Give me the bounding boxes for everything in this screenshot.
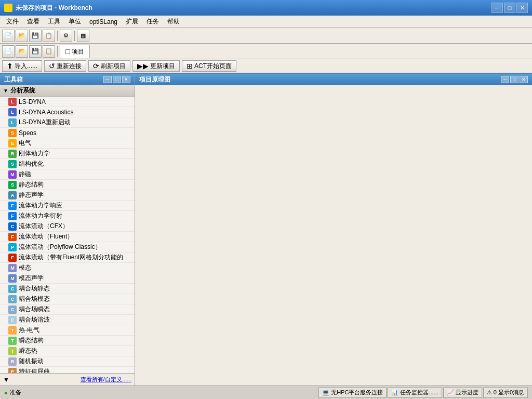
thermal-electric-label: 热-电气: [19, 326, 39, 335]
list-item-modal[interactable]: M 模态: [0, 263, 135, 273]
coupled-static-label: 耦合场静态: [19, 284, 50, 293]
tb-open[interactable]: 📂: [16, 30, 28, 42]
project-tab[interactable]: □ 项目: [60, 45, 90, 58]
minimize-button[interactable]: ─: [491, 3, 503, 13]
tb-save-as[interactable]: 📋: [43, 30, 55, 42]
random-vibration-icon: R: [8, 357, 17, 366]
list-item-rigid[interactable]: R 刚体动力学: [0, 149, 135, 159]
list-item-fluent[interactable]: F 流体流动（Fluent）: [0, 232, 135, 242]
tb-tab-save[interactable]: 💾: [29, 45, 42, 58]
project-close-button[interactable]: ✕: [520, 76, 528, 83]
list-item-thermal-electric[interactable]: T 热-电气: [0, 325, 135, 336]
tb-extra[interactable]: ⚙: [60, 30, 72, 42]
modal-label: 模态: [19, 263, 31, 272]
list-item-cfx[interactable]: C 流体流动（CFX）: [0, 221, 135, 232]
analysis-section-header[interactable]: ▼ 分析系统: [0, 85, 135, 97]
list-item-static-struct[interactable]: S 静态结构: [0, 180, 135, 190]
list-item-fluid-dynamics2[interactable]: F 流体动力学衍射: [0, 211, 135, 221]
list-item-static-mag[interactable]: M 静磁: [0, 169, 135, 180]
show-progress[interactable]: 📈 显示进度: [443, 388, 482, 398]
tb-new[interactable]: 📄: [2, 30, 15, 42]
task-monitor[interactable]: 📊 任务监控器......: [388, 388, 442, 398]
list-item-random-vibration[interactable]: R 随机振动: [0, 356, 135, 367]
rigid-label: 刚体动力学: [19, 149, 50, 158]
filter-icon: ▼: [3, 376, 9, 383]
list-item-transient-struct[interactable]: T 瞬态结构: [0, 336, 135, 346]
list-item-lsdyna-acoustics[interactable]: L LS-DYNA Acoustics: [0, 107, 135, 117]
static-struct-icon: S: [8, 181, 17, 189]
reconnect-button[interactable]: ↺ 重新连接: [44, 60, 86, 72]
list-item-static-acoustic[interactable]: A 静态声学: [0, 190, 135, 201]
toolbox-panel: 工具箱 ─ □ ✕ ▼ 分析系统 L LS-DYNA L LS-DYNA Aco…: [0, 74, 135, 385]
fluent-icon: F: [8, 233, 17, 241]
list-item-modal-acoustic[interactable]: M 模态声学: [0, 273, 135, 284]
static-mag-label: 静磁: [19, 170, 31, 179]
tb-tab-saveas[interactable]: 📋: [43, 45, 55, 58]
list-item-coupled-static[interactable]: C 耦合场静态: [0, 284, 135, 294]
maximize-button[interactable]: □: [504, 3, 515, 13]
toolbox-undock-button[interactable]: □: [113, 76, 121, 83]
coupled-modal-icon: C: [8, 295, 17, 303]
hpc-status[interactable]: 💻 无HPC平台服务连接: [318, 388, 387, 398]
project-header-controls: ─ □ ✕: [501, 76, 528, 83]
cfx-icon: C: [8, 222, 17, 231]
menu-help[interactable]: 帮助: [163, 16, 184, 27]
list-item-eigenvalue[interactable]: E 特征值屈曲: [0, 367, 135, 373]
tb-tab-new[interactable]: 📄: [2, 45, 15, 58]
project-title: 项目原理图: [139, 75, 170, 84]
main-area: 工具箱 ─ □ ✕ ▼ 分析系统 L LS-DYNA L LS-DYNA Aco…: [0, 74, 532, 385]
project-pin-button[interactable]: ─: [501, 76, 509, 83]
reconnect-icon: ↺: [49, 62, 55, 70]
fluid-dynamics1-icon: F: [8, 202, 17, 210]
menu-tools[interactable]: 工具: [44, 16, 64, 27]
refresh-button[interactable]: ⟳ 刷新项目: [88, 60, 130, 72]
list-item-coupled-transient[interactable]: C 耦合场瞬态: [0, 304, 135, 315]
menu-units[interactable]: 单位: [64, 16, 85, 27]
coupled-transient-label: 耦合场瞬态: [19, 305, 50, 314]
tb-save[interactable]: 💾: [29, 30, 42, 42]
toolbox-content: ▼ 分析系统 L LS-DYNA L LS-DYNA Acoustics L L…: [0, 85, 135, 373]
fluent-mesh-label: 流体流动（带有Fluent网格划分功能的: [19, 253, 123, 262]
list-item-speos[interactable]: S Speos: [0, 128, 135, 138]
tb-grid[interactable]: ▦: [77, 30, 89, 42]
lsdyna-label: LS-DYNA: [19, 98, 46, 105]
toolbar1: 📄 📂 💾 📋 ⚙ ▦: [0, 28, 532, 44]
import-button[interactable]: ⬆ 导入......: [2, 60, 42, 72]
menu-extensions[interactable]: 扩展: [122, 16, 142, 27]
menu-optislang[interactable]: optiSLang: [85, 17, 122, 26]
fluent-mesh-icon: F: [8, 254, 17, 262]
close-button[interactable]: ✕: [516, 3, 528, 13]
coupled-transient-icon: C: [8, 305, 17, 314]
message-count[interactable]: ⚠ 0 显示0消息: [483, 388, 528, 398]
menu-view[interactable]: 查看: [23, 16, 44, 27]
project-area: 项目原理图 ─ □ ✕: [135, 74, 532, 385]
list-item-fluent-mesh[interactable]: F 流体流动（带有Fluent网格划分功能的: [0, 252, 135, 263]
menu-tasks[interactable]: 任务: [142, 16, 163, 27]
list-item-coupled-harmonic[interactable]: C 耦合场谐波: [0, 315, 135, 325]
act-button[interactable]: ⊞ ACT开始页面: [182, 60, 236, 72]
list-item-struct-opt[interactable]: S 结构优化: [0, 159, 135, 169]
tb-tab-open[interactable]: 📂: [16, 45, 28, 58]
window-title: 未保存的项目 - Workbench: [16, 4, 92, 12]
list-item-electric[interactable]: E 电气: [0, 138, 135, 149]
project-tab-label: 项目: [72, 47, 84, 56]
list-item-transient-thermal[interactable]: T 瞬态热: [0, 346, 135, 356]
toolbox-close-button[interactable]: ✕: [122, 76, 130, 83]
update-button[interactable]: ▶▶ 更新项目: [132, 60, 180, 72]
message-icon: ⚠: [487, 389, 492, 396]
list-item-lsdyna-restart[interactable]: L LS-DYNA重新启动: [0, 117, 135, 128]
menu-file[interactable]: 文件: [2, 16, 23, 27]
task-monitor-icon: 📊: [391, 389, 398, 396]
toolbox-header: 工具箱 ─ □ ✕: [0, 74, 135, 85]
list-item-polyflow[interactable]: P 流体流动（Polyflow Classic）: [0, 242, 135, 252]
tb-sep3: [57, 46, 58, 57]
list-item-coupled-modal[interactable]: C 耦合场模态: [0, 294, 135, 304]
list-item-lsdyna[interactable]: L LS-DYNA: [0, 97, 135, 107]
project-undock-button[interactable]: □: [510, 76, 518, 83]
toolbox-pin-button[interactable]: ─: [103, 76, 112, 83]
toolbar3: ⬆ 导入...... ↺ 重新连接 ⟳ 刷新项目 ▶▶ 更新项目 ⊞ ACT开始…: [0, 59, 532, 74]
fluid-dynamics2-label: 流体动力学衍射: [19, 211, 62, 220]
view-all-link[interactable]: 查看所有/自定义......: [81, 376, 131, 383]
list-item-fluid-dynamics1[interactable]: F 流体动力学响应: [0, 201, 135, 211]
status-ready-icon: ●: [4, 390, 8, 396]
